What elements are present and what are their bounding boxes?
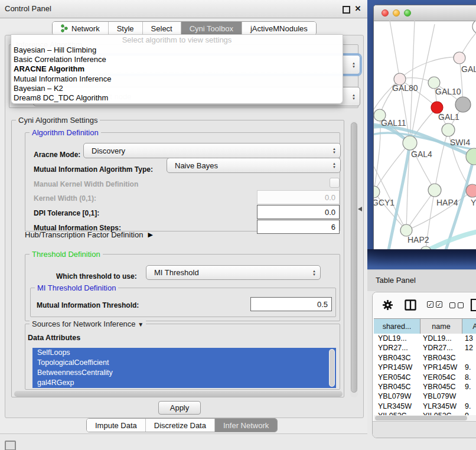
network-view-window[interactable]: GAL GAL80 GAL10 GAL1 GAL11 SWI4 GAL4 GCY… [373,5,476,250]
table-row[interactable]: YBR043CYBR043C [374,353,476,363]
attribute-item[interactable]: gal4RGexp [32,378,336,388]
expand-right-icon: ▶ [148,231,152,239]
aracne-mode-value: Discovery [92,144,125,158]
tab-label: Cyni Toolbox [190,24,233,33]
control-panel-titlebar[interactable]: Control Panel ✕ [0,0,367,18]
network-icon [61,24,69,32]
kernel-width-label: Kernel Width (0,1): [34,194,96,203]
tab-jactivemnodules[interactable]: jActiveMNodules [242,22,316,35]
table-row[interactable]: YBR045CYBR045C9. [374,382,476,392]
dropdown-item[interactable]: Dream8 DC_TDC Algorithm [11,93,343,103]
close-window-icon[interactable]: ✕ [353,4,363,14]
mi-threshold-label: Mutual Information Threshold: [37,301,139,309]
node [455,97,471,112]
vertical-scrollbar[interactable] [350,121,358,397]
dropdown-item[interactable]: Basic Correlation Inference [11,55,343,64]
tab-cyni-toolbox[interactable]: Cyni Toolbox [181,22,242,35]
sources-expander[interactable]: Sources for Network Inference ▼ [30,319,146,329]
table-body: YDL19...YDL19...13 YDR27...YDR27...12 YB… [374,334,476,421]
manual-kernel-checkbox[interactable] [330,178,340,188]
kernel-width-field[interactable] [257,190,340,204]
node-label: GAL11 [381,118,406,128]
mi-type-combobox[interactable]: Naive Bayes ▲▼ [167,158,341,173]
table-row[interactable]: YER054CYER054C8. [374,373,476,382]
mac-zoom-icon[interactable] [404,9,411,17]
node-hap2 [400,224,412,236]
aracne-mode-combobox[interactable]: Discovery ▲▼ [83,143,341,158]
attributes-scrollbar[interactable] [329,349,335,387]
table-horizontal-scrollbar[interactable] [374,415,476,421]
group-title: Algorithm Definition [30,128,101,137]
table-panel: ✓✓ shared... name A YDL19...YDL19. [372,292,476,438]
dropdown-item[interactable]: Mutual Information Inference [11,74,343,84]
mi-threshold-field[interactable] [250,297,332,311]
tab-style[interactable]: Style [109,22,143,35]
tab-select[interactable]: Select [143,22,181,35]
group-title: Threshold Definition [30,250,103,259]
checked-columns-icon[interactable]: ✓✓ [427,301,442,308]
algorithm-dropdown-popup: Select algorithm to view settings Bayesi… [11,34,343,104]
dropdown-item[interactable]: Bayesian – K2 [11,84,343,93]
combo-spinner-icon: ▲▼ [352,87,356,106]
table-panel-titlebar[interactable]: Table Panel [367,269,476,291]
split-columns-icon[interactable] [405,299,416,313]
cyni-infer-panel: Inference Algorithm ▲▼ gal-filtered sif … [5,35,364,418]
column-header-partial[interactable]: A [462,319,476,334]
hub-definition-label: Hub/Transcription Factor Definition [25,230,143,239]
gear-icon[interactable] [382,299,393,313]
mi-type-label: Mutual Information Algorithm Type: [34,165,153,174]
dropdown-item[interactable]: Bayesian – Hill Climbing [11,45,343,55]
column-header-name[interactable]: name [420,319,462,334]
threshold-definition-group: Threshold Definition Which threshold to … [25,254,340,321]
table-row[interactable]: YDL19...YDL19...13 [374,334,476,343]
horizontal-scrollbar[interactable] [14,391,343,397]
network-window-titlebar[interactable] [374,5,476,21]
table-row[interactable]: YPR145WYPR145W9. [374,363,476,372]
combo-spinner-icon: ▲▼ [332,144,336,158]
node [472,21,476,34]
tab-label: Style [117,24,134,33]
table-row[interactable]: YDR27...YDR27...12 [374,343,476,353]
table-row[interactable]: YLR345WYLR345W9. [374,402,476,411]
network-graph[interactable]: GAL GAL80 GAL10 GAL1 GAL11 SWI4 GAL4 GCY… [374,21,476,250]
node-label: GCY1 [374,198,395,207]
attribute-item[interactable]: BetweennessCentrality [32,368,336,378]
network-node-labels: GAL GAL80 GAL10 GAL1 GAL11 SWI4 GAL4 GCY… [374,64,476,244]
attribute-item[interactable]: SelfLoops [32,348,336,358]
tab-impute-data[interactable]: Impute Data [87,419,146,432]
which-threshold-combobox[interactable]: MI Threshold ▲▼ [146,265,321,280]
data-attributes-label: Data Attributes [28,334,80,342]
unchecked-columns-icon[interactable] [449,302,464,308]
node-y [466,184,476,197]
node-selected-red [431,102,443,113]
collapsed-panel-icon[interactable] [5,441,16,450]
hub-definition-expander[interactable]: Hub/Transcription Factor Definition ▶ [25,230,153,239]
data-attributes-list: SelfLoops TopologicalCoefficient Between… [32,348,336,388]
table-toolbar: ✓✓ [373,292,476,318]
float-window-icon[interactable] [341,4,351,14]
table-header-row: shared... name A [374,318,476,334]
mac-close-icon[interactable] [382,9,389,17]
mac-minimize-icon[interactable] [393,9,400,17]
tab-discretize-data[interactable]: Discretize Data [146,419,215,432]
attribute-item[interactable]: TopologicalCoefficient [32,358,336,368]
dropdown-item-selected[interactable]: ARACNE Algorithm [11,64,343,74]
manual-kernel-label: Manual Kernel Width Definition [34,180,138,188]
apply-button[interactable]: Apply [158,401,201,415]
column-header-shared-name[interactable]: shared... [374,319,420,334]
dpi-tolerance-field[interactable] [257,205,340,219]
node-label: HAP4 [436,198,458,207]
network-desktop: GAL GAL80 GAL10 GAL1 GAL11 SWI4 GAL4 GCY… [367,0,476,450]
tab-label: Infer Network [223,421,269,430]
tab-network[interactable]: Network [53,22,109,35]
page-icon[interactable] [470,298,476,314]
mi-steps-field[interactable] [257,220,340,234]
table-row[interactable]: YBL079WYBL079W [374,392,476,401]
tab-label: Discretize Data [154,421,206,430]
tab-label: Impute Data [95,421,137,430]
expand-down-icon: ▼ [138,321,144,328]
combo-spinner-icon: ▲▼ [332,158,336,172]
tab-infer-network[interactable]: Infer Network [215,419,277,432]
control-panel-window: Control Panel ✕ Network Style Select Cyn… [0,0,368,434]
node-label: Y [471,198,476,207]
